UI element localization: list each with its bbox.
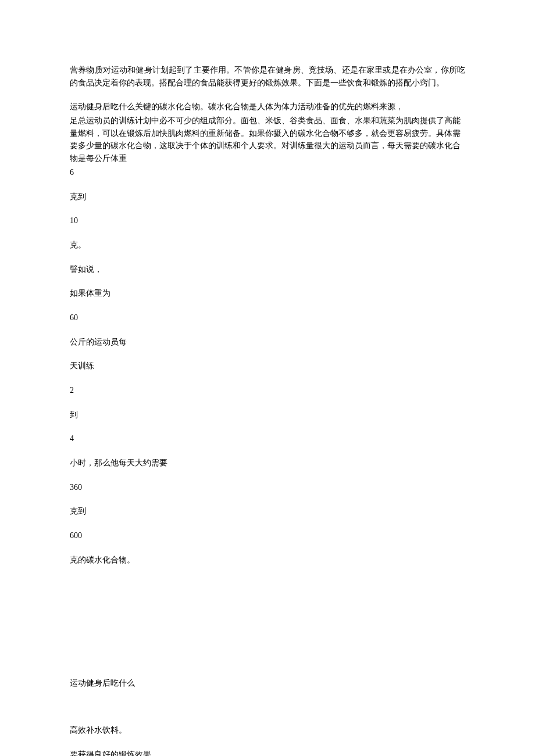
spacer (70, 701, 465, 724)
paragraph-carbs: 运动健身后吃什么关键的碳水化合物。碳水化合物是人体为体力活动准备的优先的燃料来源… (70, 101, 465, 178)
text-line: 600 (70, 529, 465, 542)
spacer (70, 578, 465, 677)
text-line: 4 (70, 432, 465, 445)
text-line: 克到 (70, 191, 465, 203)
text-line: 6 (70, 166, 465, 179)
text-line: 要获得良好的锻炼效果， (70, 748, 465, 756)
text-line: 如果体重为 (70, 287, 465, 300)
text-line: 到 (70, 409, 465, 421)
text-line: 克到 (70, 505, 465, 518)
section-heading: 运动健身后吃什么 (70, 677, 465, 690)
text-line: 360 (70, 481, 465, 494)
text-line: 10 (70, 214, 465, 227)
paragraph-carbs-line1: 运动健身后吃什么关键的碳水化合物。碳水化合物是人体为体力活动准备的优先的燃料来源… (70, 101, 465, 113)
text-line: 譬如说， (70, 263, 465, 276)
text-line: 60 (70, 311, 465, 324)
text-line: 克的碳水化合物。 (70, 554, 465, 567)
text-line: 2 (70, 384, 465, 397)
paragraph-carbs-line2: 足总运动员的训练计划中必不可少的组成部分。面包、米饭、谷类食品、面食、水果和蔬菜… (70, 114, 465, 165)
subsection-heading: 高效补水饮料。 (70, 724, 465, 737)
paragraph-intro: 营养物质对运动和健身计划起到了主要作用。不管你是在健身房、竞技场、还是在家里或是… (70, 64, 465, 89)
text-line: 公斤的运动员每 (70, 336, 465, 349)
document-page: 营养物质对运动和健身计划起到了主要作用。不管你是在健身房、竞技场、还是在家里或是… (0, 0, 535, 756)
text-line: 克。 (70, 239, 465, 252)
text-line: 天训练 (70, 360, 465, 372)
text-line: 小时，那么他每天大约需要 (70, 457, 465, 470)
